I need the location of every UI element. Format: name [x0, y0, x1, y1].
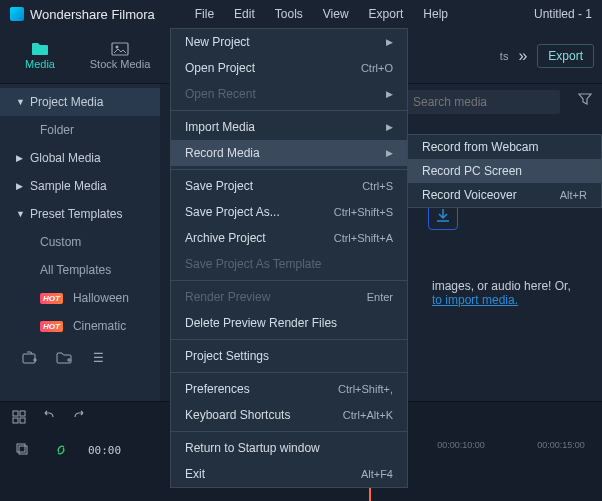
svg-rect-5	[13, 418, 18, 423]
hot-badge: HOT	[40, 293, 63, 304]
hot-badge: HOT	[40, 321, 63, 332]
ruler-tick: 00:00:15:00	[537, 440, 585, 450]
sidebar-item-custom[interactable]: Custom	[0, 228, 160, 256]
import-link[interactable]: to import media.	[432, 293, 518, 307]
filter-icon[interactable]	[578, 92, 592, 109]
tab-stock-media[interactable]: Stock Media	[80, 36, 160, 76]
menu-item-label: Save Project	[185, 179, 253, 193]
folder-icon	[31, 42, 49, 56]
brand: Wondershare Filmora	[10, 7, 155, 22]
separator	[171, 431, 407, 432]
menu-edit[interactable]: Edit	[224, 3, 265, 25]
submenu-item[interactable]: Record VoiceoverAlt+R	[408, 183, 601, 207]
media-tabs: Media Stock Media	[0, 36, 160, 76]
title-bar: Wondershare Filmora File Edit Tools View…	[0, 0, 602, 28]
caret-right-icon: ▶	[16, 153, 24, 163]
menu-export[interactable]: Export	[359, 3, 414, 25]
menu-item[interactable]: Save ProjectCtrl+S	[171, 173, 407, 199]
menu-bar: File Edit Tools View Export Help	[185, 3, 458, 25]
sidebar-item-folder[interactable]: Folder	[0, 116, 160, 144]
submenu-arrow-icon: ▶	[386, 37, 393, 47]
shortcut: Ctrl+S	[362, 180, 393, 192]
options-icon[interactable]: ☰	[90, 350, 106, 366]
tab-media[interactable]: Media	[0, 36, 80, 76]
shortcut: Alt+F4	[361, 468, 393, 480]
chevron-right-icon[interactable]: »	[518, 47, 527, 65]
link-icon[interactable]	[50, 439, 72, 461]
dropzone-text: images, or audio here! Or, to import med…	[432, 279, 571, 307]
image-icon	[111, 42, 129, 56]
sidebar-item-project-media[interactable]: ▼Project Media	[0, 88, 160, 116]
menu-item[interactable]: PreferencesCtrl+Shift+,	[171, 376, 407, 402]
submenu-arrow-icon: ▶	[386, 89, 393, 99]
sidebar-item-sample-media[interactable]: ▶Sample Media	[0, 172, 160, 200]
export-button[interactable]: Export	[537, 44, 594, 68]
sidebar-item-all-templates[interactable]: All Templates	[0, 256, 160, 284]
separator	[171, 372, 407, 373]
tab-label: Stock Media	[90, 58, 151, 70]
menu-item: Open Recent▶	[171, 81, 407, 107]
add-media-icon[interactable]	[22, 350, 38, 366]
ruler-tick: 00:00:10:00	[437, 440, 485, 450]
svg-rect-4	[20, 411, 25, 416]
submenu-item[interactable]: Record PC Screen	[408, 159, 601, 183]
shortcut: Ctrl+Shift+A	[334, 232, 393, 244]
separator	[171, 110, 407, 111]
submenu-item-label: Record Voiceover	[422, 188, 517, 202]
menu-item-label: Import Media	[185, 120, 255, 134]
shortcut: Ctrl+Alt+K	[343, 409, 393, 421]
document-title: Untitled - 1	[534, 7, 592, 21]
file-menu-dropdown: New Project▶Open ProjectCtrl+OOpen Recen…	[170, 28, 408, 488]
menu-item-label: Preferences	[185, 382, 250, 396]
submenu-item[interactable]: Record from Webcam	[408, 135, 601, 159]
copy-icon[interactable]	[12, 439, 34, 461]
svg-point-1	[116, 45, 119, 48]
shortcut: Alt+R	[560, 189, 587, 201]
menu-item-label: Record Media	[185, 146, 260, 160]
grid-icon[interactable]	[12, 410, 26, 427]
shortcut: Ctrl+O	[361, 62, 393, 74]
menu-help[interactable]: Help	[413, 3, 458, 25]
search-input[interactable]	[405, 90, 560, 114]
shortcut: Enter	[367, 291, 393, 303]
menu-item: Render PreviewEnter	[171, 284, 407, 310]
submenu-arrow-icon: ▶	[386, 148, 393, 158]
svg-rect-7	[19, 446, 27, 454]
svg-rect-6	[20, 418, 25, 423]
sidebar-item-cinematic[interactable]: HOTCinematic	[0, 312, 160, 340]
separator	[171, 339, 407, 340]
menu-tools[interactable]: Tools	[265, 3, 313, 25]
menu-item[interactable]: Return to Startup window	[171, 435, 407, 461]
menu-item[interactable]: ExitAlt+F4	[171, 461, 407, 487]
caret-down-icon: ▼	[16, 97, 24, 107]
svg-rect-3	[13, 411, 18, 416]
menu-item-label: Keyboard Shortcuts	[185, 408, 290, 422]
menu-item-label: New Project	[185, 35, 250, 49]
sidebar-item-halloween[interactable]: HOTHalloween	[0, 284, 160, 312]
sidebar-item-global-media[interactable]: ▶Global Media	[0, 144, 160, 172]
menu-file[interactable]: File	[185, 3, 224, 25]
menu-item[interactable]: Open ProjectCtrl+O	[171, 55, 407, 81]
menu-item-label: Save Project As...	[185, 205, 280, 219]
redo-icon[interactable]	[72, 410, 86, 427]
sidebar-item-preset-templates[interactable]: ▼Preset Templates	[0, 200, 160, 228]
menu-view[interactable]: View	[313, 3, 359, 25]
menu-item-label: Open Project	[185, 61, 255, 75]
menu-item-label: Archive Project	[185, 231, 266, 245]
menu-item[interactable]: Project Settings	[171, 343, 407, 369]
menu-item-label: Return to Startup window	[185, 441, 320, 455]
menu-item[interactable]: Delete Preview Render Files	[171, 310, 407, 336]
caret-right-icon: ▶	[16, 181, 24, 191]
undo-icon[interactable]	[42, 410, 56, 427]
menu-item-label: Delete Preview Render Files	[185, 316, 337, 330]
app-logo-icon	[10, 7, 24, 21]
menu-item[interactable]: Keyboard ShortcutsCtrl+Alt+K	[171, 402, 407, 428]
menu-item-label: Exit	[185, 467, 205, 481]
menu-item[interactable]: Import Media▶	[171, 114, 407, 140]
menu-item[interactable]: Archive ProjectCtrl+Shift+A	[171, 225, 407, 251]
menu-item[interactable]: Record Media▶	[171, 140, 407, 166]
menu-item[interactable]: Save Project As...Ctrl+Shift+S	[171, 199, 407, 225]
menu-item[interactable]: New Project▶	[171, 29, 407, 55]
new-folder-icon[interactable]	[56, 350, 72, 366]
caret-down-icon: ▼	[16, 209, 24, 219]
